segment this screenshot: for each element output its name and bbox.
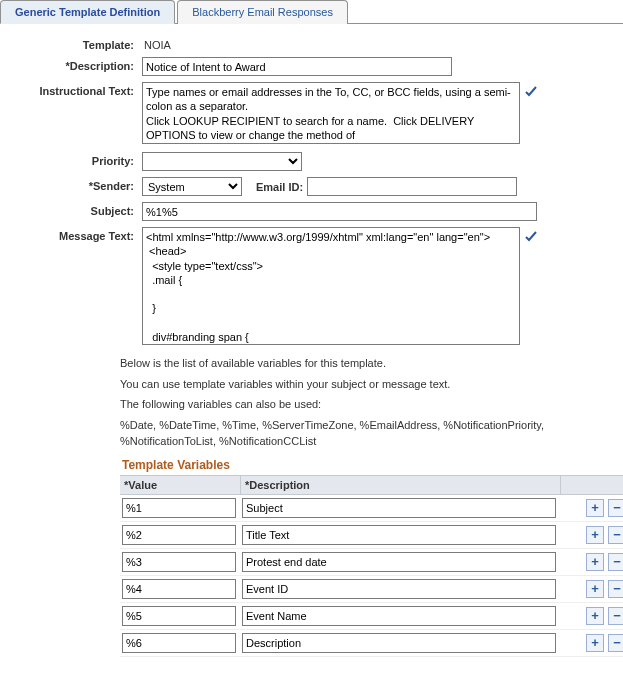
- tv-desc-input[interactable]: [242, 606, 556, 626]
- email-id-label: Email ID:: [256, 181, 303, 193]
- tv-header-row: *Value *Description: [120, 475, 623, 495]
- add-row-button[interactable]: +: [586, 499, 604, 517]
- tab-generic-template[interactable]: Generic Template Definition: [0, 0, 175, 24]
- delete-row-button[interactable]: −: [608, 553, 623, 571]
- delete-row-button[interactable]: −: [608, 634, 623, 652]
- priority-label: Priority:: [20, 152, 142, 167]
- table-row: +−: [120, 603, 623, 630]
- delete-row-button[interactable]: −: [608, 526, 623, 544]
- tab-blackberry-email[interactable]: Blackberry Email Responses: [177, 0, 348, 24]
- add-row-button[interactable]: +: [586, 526, 604, 544]
- spellcheck-icon[interactable]: [524, 229, 538, 245]
- table-row: +−: [120, 630, 623, 657]
- tv-value-input[interactable]: [122, 552, 236, 572]
- description-input[interactable]: [142, 57, 452, 76]
- delete-row-button[interactable]: −: [608, 607, 623, 625]
- add-row-button[interactable]: +: [586, 634, 604, 652]
- add-row-button[interactable]: +: [586, 553, 604, 571]
- table-row: +−: [120, 549, 623, 576]
- tv-value-input[interactable]: [122, 633, 236, 653]
- tab-bar: Generic Template Definition Blackberry E…: [0, 0, 623, 24]
- delete-row-button[interactable]: −: [608, 580, 623, 598]
- help-line-3: The following variables can also be used…: [120, 396, 620, 413]
- help-line-1: Below is the list of available variables…: [120, 355, 620, 372]
- message-text-label: Message Text:: [20, 227, 142, 242]
- description-label: *Description:: [20, 57, 142, 72]
- template-value: NOIA: [142, 36, 171, 51]
- subject-input[interactable]: [142, 202, 537, 221]
- tv-value-input[interactable]: [122, 525, 236, 545]
- sender-select[interactable]: System: [142, 177, 242, 196]
- tv-col-actions-header: [560, 476, 623, 494]
- sender-label: *Sender:: [20, 177, 142, 192]
- add-row-button[interactable]: +: [586, 607, 604, 625]
- template-variables-table: *Value *Description +−+−+−+−+−+−: [120, 475, 623, 657]
- tv-value-input[interactable]: [122, 579, 236, 599]
- spellcheck-icon[interactable]: [524, 84, 538, 100]
- help-text-block: Below is the list of available variables…: [120, 355, 620, 450]
- tv-desc-input[interactable]: [242, 525, 556, 545]
- priority-select[interactable]: [142, 152, 302, 171]
- template-variables-header: Template Variables: [120, 454, 603, 475]
- table-row: +−: [120, 522, 623, 549]
- message-text-textarea[interactable]: <html xmlns="http://www.w3.org/1999/xhtm…: [142, 227, 520, 345]
- delete-row-button[interactable]: −: [608, 499, 623, 517]
- help-line-4: %Date, %DateTime, %Time, %ServerTimeZone…: [120, 417, 620, 450]
- instructional-textarea[interactable]: Type names or email addresses in the To,…: [142, 82, 520, 144]
- tv-col-value-header[interactable]: *Value: [120, 476, 240, 494]
- tv-desc-input[interactable]: [242, 552, 556, 572]
- table-row: +−: [120, 576, 623, 603]
- table-row: +−: [120, 495, 623, 522]
- tv-value-input[interactable]: [122, 498, 236, 518]
- email-id-input[interactable]: [307, 177, 517, 196]
- help-line-2: You can use template variables within yo…: [120, 376, 620, 393]
- tv-desc-input[interactable]: [242, 633, 556, 653]
- tv-desc-input[interactable]: [242, 579, 556, 599]
- tv-col-desc-header[interactable]: *Description: [240, 476, 560, 494]
- instructional-label: Instructional Text:: [20, 82, 142, 97]
- subject-label: Subject:: [20, 202, 142, 217]
- tv-value-input[interactable]: [122, 606, 236, 626]
- template-label: Template:: [20, 36, 142, 51]
- add-row-button[interactable]: +: [586, 580, 604, 598]
- tv-desc-input[interactable]: [242, 498, 556, 518]
